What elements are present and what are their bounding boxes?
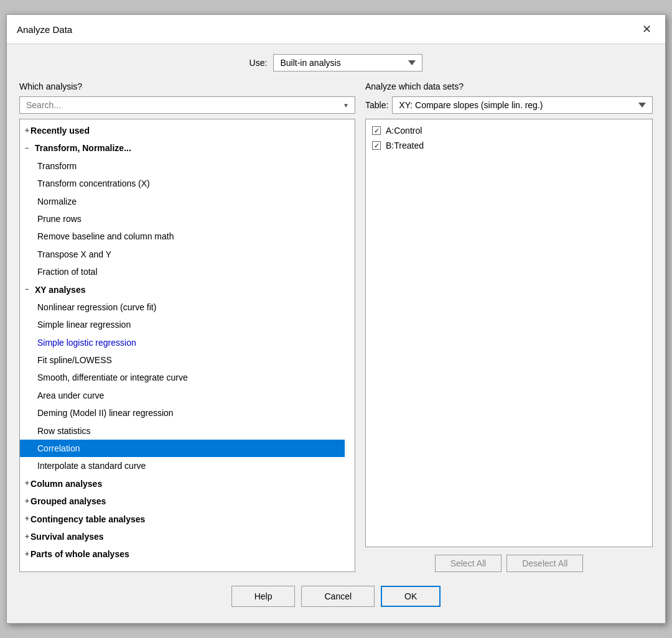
title-bar: Analyze Data ✕ [7, 15, 665, 44]
tree-item-nonlinear[interactable]: Nonlinear regression (curve fit) [20, 298, 345, 316]
table-select[interactable]: XY: Compare slopes (simple lin. reg.) [392, 96, 653, 114]
use-row: Use: Built-in analysis [19, 54, 653, 72]
expand-icon-con: + [25, 513, 29, 525]
tree-group-parts[interactable]: + Parts of whole analyses [20, 545, 345, 563]
tree-group-xy[interactable]: − XY analyses [20, 281, 345, 298]
tree-group-survival[interactable]: + Survival analyses [20, 528, 345, 545]
group-label-col: Column analyses [30, 477, 102, 491]
left-panel: Which analysis? ▼ + Recently used [19, 81, 355, 572]
tree-item-transform-conc[interactable]: Transform concentrations (X) [20, 175, 345, 192]
dataset-list: A:Control B:Treated [365, 119, 653, 547]
search-input[interactable] [19, 96, 355, 114]
dataset-label-b: B:Treated [386, 141, 424, 150]
expand-icon: + [25, 125, 29, 137]
close-button[interactable]: ✕ [638, 21, 655, 37]
use-select[interactable]: Built-in analysis [273, 54, 422, 72]
checkbox-a-control[interactable] [372, 126, 381, 135]
table-label-row: Table: XY: Compare slopes (simple lin. r… [365, 96, 653, 114]
group-label-grp: Grouped analyses [30, 494, 106, 508]
ok-button[interactable]: OK [381, 586, 441, 607]
cancel-button[interactable]: Cancel [301, 586, 375, 607]
main-columns: Which analysis? ▼ + Recently used [19, 81, 653, 572]
tree-item-fit-spline[interactable]: Fit spline/LOWESS [20, 351, 345, 369]
tree-item-row-stats[interactable]: Row statistics [20, 422, 345, 440]
table-label: Table: [365, 100, 388, 110]
tree-item-fraction-total[interactable]: Fraction of total [20, 263, 345, 280]
tree-group-transform[interactable]: − Transform, Normalize... [20, 139, 345, 157]
group-label-sur: Survival analyses [30, 530, 104, 543]
tree-item-simple-linear[interactable]: Simple linear regression [20, 316, 345, 333]
tree-item-transform[interactable]: Transform [20, 157, 345, 175]
dialog-title: Analyze Data [17, 24, 72, 35]
analyze-datasets-label: Analyze which data sets? [365, 81, 653, 91]
tree-list: + Recently used − Transform, Normalize..… [20, 119, 345, 566]
tree-item-normalize[interactable]: Normalize [20, 193, 345, 210]
group-label: Transform, Normalize... [35, 141, 131, 155]
tree-item-remove-baseline[interactable]: Remove baseline and column math [20, 228, 345, 245]
group-label-par: Parts of whole analyses [30, 547, 129, 561]
tree-item-simple-logistic[interactable]: Simple logistic regression [20, 334, 345, 351]
use-label: Use: [250, 58, 268, 68]
collapse-icon-xy: − [25, 284, 32, 295]
tree-item-correlation[interactable]: Correlation [20, 440, 345, 457]
tree-item-prune-rows[interactable]: Prune rows [20, 210, 345, 228]
expand-icon-par: + [25, 548, 29, 560]
tree-group-contingency[interactable]: + Contingency table analyses [20, 511, 345, 528]
tree-group-column[interactable]: + Column analyses [20, 475, 345, 492]
search-box-wrap: ▼ [19, 96, 355, 114]
dialog-body: Use: Built-in analysis Which analysis? ▼ [7, 44, 665, 623]
select-all-button[interactable]: Select All [435, 555, 502, 572]
dataset-label-a: A:Control [386, 126, 422, 136]
tree-item-smooth[interactable]: Smooth, differentiate or integrate curve [20, 369, 345, 386]
checkbox-b-treated[interactable] [372, 141, 381, 150]
group-label-con: Contingency table analyses [30, 512, 145, 526]
dataset-item-b: B:Treated [370, 138, 648, 153]
tree-item-area[interactable]: Area under curve [20, 387, 345, 404]
help-button[interactable]: Help [231, 586, 296, 607]
analysis-tree[interactable]: + Recently used − Transform, Normalize..… [19, 119, 355, 572]
table-select-wrap: XY: Compare slopes (simple lin. reg.) [392, 96, 653, 114]
analyze-data-dialog: Analyze Data ✕ Use: Built-in analysis Wh… [6, 14, 666, 624]
collapse-icon: − [25, 143, 32, 154]
expand-icon-sur: + [25, 531, 29, 543]
right-panel: Analyze which data sets? Table: XY: Comp… [365, 81, 653, 572]
dataset-item-a: A:Control [370, 123, 648, 138]
deselect-all-button[interactable]: Deselect All [506, 555, 583, 572]
tree-group-grouped[interactable]: + Grouped analyses [20, 492, 345, 510]
expand-icon-col: + [25, 478, 29, 489]
tree-item-interpolate[interactable]: Interpolate a standard curve [20, 457, 345, 474]
select-deselect-row: Select All Deselect All [365, 555, 653, 572]
tree-item-transpose[interactable]: Transpose X and Y [20, 246, 345, 263]
bottom-row: Help Cancel OK [19, 586, 653, 613]
tree-item-deming[interactable]: Deming (Model II) linear regression [20, 404, 345, 422]
group-label-xy: XY analyses [35, 283, 85, 297]
which-analysis-label: Which analysis? [19, 81, 355, 91]
group-label: Recently used [30, 124, 90, 137]
expand-icon-grp: + [25, 496, 29, 507]
tree-group-recently-used[interactable]: + Recently used [20, 122, 345, 139]
